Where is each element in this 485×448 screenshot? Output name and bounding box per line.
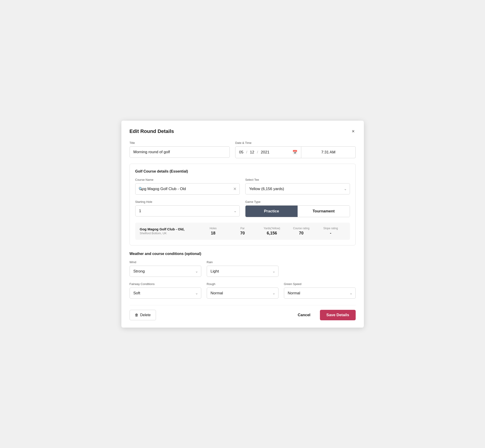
slope-rating-value: - xyxy=(330,231,331,236)
wind-rain-row: Wind Calm Light Moderate Strong Very Str… xyxy=(129,260,356,277)
title-label: Title xyxy=(129,141,230,144)
course-name-label: Course Name xyxy=(135,178,240,181)
holes-value: 18 xyxy=(211,231,215,236)
course-info-name: Gog Magog Golf Club - Old, xyxy=(140,227,199,231)
clear-icon[interactable]: ✕ xyxy=(233,186,237,192)
datetime-group: Date & Time 05 / 12 / 2021 📅 7:31 AM xyxy=(235,141,356,158)
fairway-select[interactable]: Firm Normal Soft Wet xyxy=(129,288,201,299)
yards-value: 6,156 xyxy=(267,231,277,236)
cancel-button[interactable]: Cancel xyxy=(293,310,315,320)
spacer xyxy=(284,260,356,277)
select-tee-label: Select Tee xyxy=(245,178,350,181)
course-stat-course-rating: Course rating 70 xyxy=(287,227,316,236)
fairway-group: Fairway Conditions Firm Normal Soft Wet … xyxy=(129,282,201,299)
title-group: Title xyxy=(129,141,230,158)
date-day: 12 xyxy=(250,150,254,155)
datetime-inputs: 05 / 12 / 2021 📅 7:31 AM xyxy=(235,146,356,158)
starting-hole-group: Starting Hole 1 2 3 ⌄ xyxy=(135,200,240,217)
green-speed-group: Green Speed Slow Normal Fast Very Fast ⌄ xyxy=(284,282,356,299)
par-value: 70 xyxy=(240,231,245,236)
rain-select-wrapper: None Light Moderate Heavy ⌄ xyxy=(207,266,278,277)
course-info-location: Shelford Bottom, UK xyxy=(140,232,199,235)
save-button[interactable]: Save Details xyxy=(320,310,356,320)
wind-label: Wind xyxy=(129,260,201,264)
time-box[interactable]: 7:31 AM xyxy=(301,146,356,158)
course-info-box: Gog Magog Golf Club - Old, Shelford Bott… xyxy=(135,223,350,240)
date-month: 05 xyxy=(239,150,243,155)
rough-label: Rough xyxy=(207,282,278,286)
wind-select[interactable]: Calm Light Moderate Strong Very Strong xyxy=(129,266,201,277)
delete-button[interactable]: 🗑 Delete xyxy=(129,310,156,320)
edit-round-modal: Edit Round Details × Title Date & Time 0… xyxy=(121,121,364,328)
course-search-wrapper: 🔍 ✕ xyxy=(135,183,240,195)
yards-label: Yards(Yellow) xyxy=(264,227,280,230)
fairway-select-wrapper: Firm Normal Soft Wet ⌄ xyxy=(129,288,201,299)
rough-select[interactable]: Short Normal Long xyxy=(207,288,278,299)
par-label: Par xyxy=(241,227,245,230)
game-type-toggle: Practice Tournament xyxy=(245,205,350,217)
golf-section-title: Golf Course details (Essential) xyxy=(135,169,350,174)
tee-select[interactable]: Yellow (6,156 yards) Red (5,200 yards) W… xyxy=(245,183,350,194)
course-rating-value: 70 xyxy=(299,231,304,236)
hole-select[interactable]: 1 2 3 xyxy=(135,205,240,216)
hole-gametype-row: Starting Hole 1 2 3 ⌄ Game Type Practice… xyxy=(135,200,350,217)
modal-footer: 🗑 Delete Cancel Save Details xyxy=(129,305,356,320)
fairway-rough-green-row: Fairway Conditions Firm Normal Soft Wet … xyxy=(129,282,356,299)
course-tee-row: Course Name 🔍 ✕ Select Tee Yellow (6,156… xyxy=(135,178,350,195)
footer-right-actions: Cancel Save Details xyxy=(293,310,356,320)
rain-label: Rain xyxy=(207,260,278,264)
course-stat-yards: Yards(Yellow) 6,156 xyxy=(257,227,287,236)
close-button[interactable]: × xyxy=(351,128,356,135)
title-datetime-row: Title Date & Time 05 / 12 / 2021 📅 7:31 … xyxy=(129,141,356,158)
game-type-label: Game Type xyxy=(245,200,350,203)
rain-select[interactable]: None Light Moderate Heavy xyxy=(207,266,278,277)
rough-select-wrapper: Short Normal Long ⌄ xyxy=(207,288,278,299)
holes-label: Holes xyxy=(210,227,217,230)
date-box[interactable]: 05 / 12 / 2021 📅 xyxy=(235,146,301,158)
course-rating-label: Course rating xyxy=(293,227,309,230)
wind-group: Wind Calm Light Moderate Strong Very Str… xyxy=(129,260,201,277)
weather-section: Weather and course conditions (optional)… xyxy=(129,252,356,299)
course-stat-slope-rating: Slope rating - xyxy=(316,227,345,236)
title-input[interactable] xyxy=(129,146,230,158)
tournament-button[interactable]: Tournament xyxy=(298,206,350,217)
trash-icon: 🗑 xyxy=(135,313,138,317)
rain-group: Rain None Light Moderate Heavy ⌄ xyxy=(207,260,278,277)
practice-button[interactable]: Practice xyxy=(245,206,298,217)
rough-group: Rough Short Normal Long ⌄ xyxy=(207,282,278,299)
course-name-input[interactable] xyxy=(135,183,240,195)
wind-select-wrapper: Calm Light Moderate Strong Very Strong ⌄ xyxy=(129,266,201,277)
course-stat-par: Par 70 xyxy=(228,227,257,236)
slope-rating-label: Slope rating xyxy=(323,227,338,230)
course-info-name-group: Gog Magog Golf Club - Old, Shelford Bott… xyxy=(140,227,199,235)
hole-select-wrapper: 1 2 3 ⌄ xyxy=(135,205,240,216)
golf-course-section: Golf Course details (Essential) Course N… xyxy=(129,164,356,245)
course-stat-holes: Holes 18 xyxy=(199,227,228,236)
starting-hole-label: Starting Hole xyxy=(135,200,240,203)
date-year: 2021 xyxy=(261,150,269,155)
green-speed-label: Green Speed xyxy=(284,282,356,286)
green-speed-select-wrapper: Slow Normal Fast Very Fast ⌄ xyxy=(284,288,356,299)
fairway-label: Fairway Conditions xyxy=(129,282,201,286)
time-value: 7:31 AM xyxy=(321,150,335,155)
course-name-group: Course Name 🔍 ✕ xyxy=(135,178,240,195)
green-speed-select[interactable]: Slow Normal Fast Very Fast xyxy=(284,288,356,299)
select-tee-group: Select Tee Yellow (6,156 yards) Red (5,2… xyxy=(245,178,350,195)
calendar-icon: 📅 xyxy=(292,150,297,155)
modal-header: Edit Round Details × xyxy=(129,128,356,135)
search-icon: 🔍 xyxy=(138,187,143,191)
delete-label: Delete xyxy=(140,313,151,317)
game-type-group: Game Type Practice Tournament xyxy=(245,200,350,217)
tee-select-wrapper: Yellow (6,156 yards) Red (5,200 yards) W… xyxy=(245,183,350,194)
modal-title: Edit Round Details xyxy=(129,128,174,134)
datetime-label: Date & Time xyxy=(235,141,356,144)
weather-section-title: Weather and course conditions (optional) xyxy=(129,252,356,256)
